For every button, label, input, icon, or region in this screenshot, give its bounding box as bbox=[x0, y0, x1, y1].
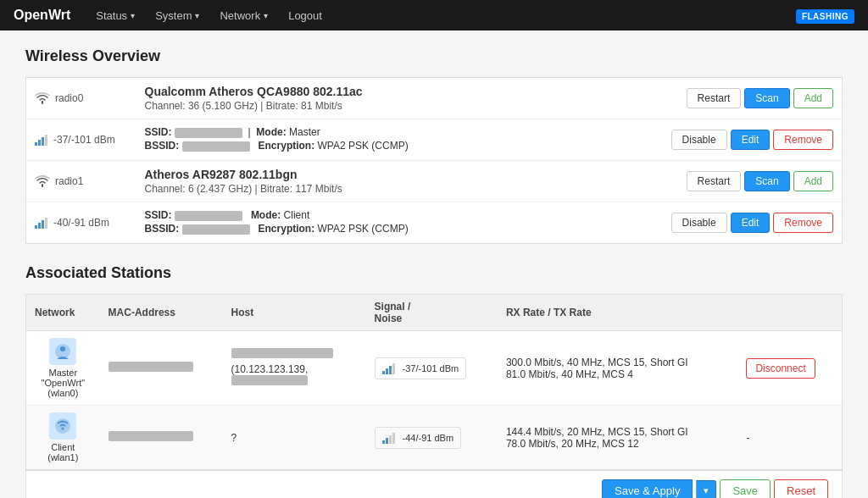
svg-rect-12 bbox=[389, 366, 392, 374]
radio1-edit-button[interactable]: Edit bbox=[731, 213, 771, 233]
status-caret-icon: ▾ bbox=[131, 11, 135, 20]
radio0-scan-button[interactable]: Scan bbox=[744, 88, 789, 108]
radio1-bssid-row: BSSID: Encryption: WPA2 PSK (CCMP) bbox=[145, 223, 450, 235]
radio1-disable-button[interactable]: Disable bbox=[671, 213, 727, 233]
navbar: OpenWrt Status ▾ System ▾ Network ▾ Logo… bbox=[0, 0, 868, 30]
station0-network: Master "OpenWrt" (wlan0) bbox=[35, 338, 92, 398]
svg-rect-17 bbox=[386, 438, 388, 444]
radio1-add-button[interactable]: Add bbox=[793, 171, 833, 191]
svg-rect-16 bbox=[382, 440, 385, 444]
radio0-ssid-row: -37/-101 dBm SSID: | Mode: Master BSSID: bbox=[26, 119, 843, 161]
radio0-id: radio0 bbox=[55, 92, 83, 104]
radio1-sub: Channel: 6 (2.437 GHz) | Bitrate: 117 Mb… bbox=[145, 183, 450, 195]
station1-rate: 144.4 Mbit/s, 20 MHz, MCS 15, Short GI 7… bbox=[498, 406, 737, 470]
svg-rect-5 bbox=[38, 223, 41, 229]
radio0-remove-button[interactable]: Remove bbox=[773, 130, 833, 150]
system-caret-icon: ▾ bbox=[195, 11, 199, 20]
radio0-signal: -37/-101 dBm bbox=[35, 134, 128, 146]
radio0-sub: Channel: 36 (5.180 GHz) | Bitrate: 81 Mb… bbox=[145, 100, 450, 112]
navbar-right: FLASHING bbox=[796, 9, 854, 22]
radio0-row: radio0 Qualcomm Atheros QCA9880 802.11ac… bbox=[26, 78, 843, 119]
nav-status[interactable]: Status ▾ bbox=[87, 4, 143, 27]
svg-rect-7 bbox=[45, 218, 47, 229]
save-apply-dropdown-button[interactable]: ▾ bbox=[696, 480, 716, 498]
radio0-mode: Master bbox=[289, 126, 320, 138]
col-network: Network bbox=[26, 295, 100, 331]
station1-mac bbox=[108, 431, 193, 441]
save-button[interactable]: Save bbox=[720, 479, 771, 498]
radio0-ssid-blurred bbox=[175, 128, 242, 138]
station0-network-icon bbox=[49, 338, 76, 365]
radio1-ssid-row: -40/-91 dBm SSID: Mode: Client BSSID: bbox=[26, 202, 843, 244]
station0-host-ip: (10.123.123.139, bbox=[231, 363, 358, 375]
svg-rect-0 bbox=[35, 142, 37, 146]
radio0-name: Qualcomm Atheros QCA9880 802.11ac bbox=[145, 85, 450, 98]
radio0-device-info: Qualcomm Atheros QCA9880 802.11ac Channe… bbox=[145, 85, 450, 112]
station0-host-blurred1 bbox=[231, 348, 333, 358]
col-action bbox=[737, 295, 842, 331]
radio1-id: radio1 bbox=[55, 175, 83, 187]
station0-network-name: "OpenWrt" bbox=[35, 378, 92, 388]
radio1-ssid-info: SSID: Mode: Client BSSID: Encryption: WP… bbox=[145, 209, 450, 235]
stations-title: Associated Stations bbox=[25, 264, 843, 282]
radio1-ssid-actions: Disable Edit Remove bbox=[467, 213, 834, 233]
radio0-signal-value: -37/-101 dBm bbox=[53, 134, 115, 146]
radio0-edit-button[interactable]: Edit bbox=[731, 130, 771, 150]
radio1-enc-label: Encryption: bbox=[259, 223, 315, 235]
radio1-device-info: Atheros AR9287 802.11bgn Channel: 6 (2.4… bbox=[145, 168, 450, 195]
svg-rect-18 bbox=[389, 435, 392, 444]
station1-network-label: Client bbox=[35, 442, 92, 452]
radio1-signal-value: -40/-91 dBm bbox=[53, 217, 109, 229]
bssid-label: BSSID: bbox=[145, 140, 180, 152]
station1-signal-value: -44/-91 dBm bbox=[403, 433, 454, 443]
station1-network-icon bbox=[49, 412, 76, 440]
station1-network-iface: (wlan1) bbox=[35, 452, 92, 462]
station0-signal-value: -37/-101 dBm bbox=[403, 363, 459, 374]
col-mac: MAC-Address bbox=[100, 295, 223, 331]
nav-logout[interactable]: Logout bbox=[280, 4, 331, 27]
nav-items: Status ▾ System ▾ Network ▾ Logout bbox=[87, 4, 331, 27]
svg-rect-10 bbox=[382, 371, 385, 374]
radio1-row: radio1 Atheros AR9287 802.11bgn Channel:… bbox=[26, 161, 843, 202]
svg-rect-13 bbox=[392, 363, 395, 374]
wifi-icon bbox=[35, 91, 50, 106]
radio1-bssid-label: BSSID: bbox=[145, 223, 180, 235]
col-rate: RX Rate / TX Rate bbox=[498, 295, 737, 331]
svg-rect-3 bbox=[45, 135, 47, 146]
stations-header-row: Network MAC-Address Host Signal /Noise R… bbox=[26, 295, 843, 331]
wifi1-icon bbox=[35, 174, 50, 189]
station0-disconnect-button[interactable]: Disconnect bbox=[746, 358, 815, 379]
svg-rect-2 bbox=[42, 137, 44, 146]
radio0-bssid-blurred bbox=[182, 141, 250, 152]
radio0-bssid-row: BSSID: Encryption: WPA2 PSK (CCMP) bbox=[145, 140, 450, 152]
footer-actions: Save & Apply ▾ Save Reset bbox=[25, 470, 843, 498]
svg-point-9 bbox=[60, 346, 65, 351]
radio0-ssid-row-inner: SSID: | Mode: Master bbox=[145, 126, 450, 138]
reset-button[interactable]: Reset bbox=[774, 479, 828, 498]
nav-network[interactable]: Network ▾ bbox=[211, 4, 276, 27]
save-apply-button[interactable]: Save & Apply bbox=[602, 479, 693, 498]
radio1-scan-button[interactable]: Scan bbox=[744, 171, 789, 191]
wireless-table: radio0 Qualcomm Atheros QCA9880 802.11ac… bbox=[25, 77, 843, 244]
nav-system[interactable]: System ▾ bbox=[147, 4, 208, 27]
radio1-ssid-label: SSID: bbox=[145, 209, 172, 221]
radio1-signal: -40/-91 dBm bbox=[35, 217, 128, 229]
svg-rect-11 bbox=[386, 368, 388, 374]
station0-signal-cell: -37/-101 dBm bbox=[375, 357, 467, 379]
station1-network: Client (wlan1) bbox=[35, 412, 92, 462]
radio0-ssid-info: SSID: | Mode: Master BSSID: Encryption: … bbox=[145, 126, 450, 152]
station-row-0: Master "OpenWrt" (wlan0) (10.123.123.139… bbox=[26, 331, 843, 406]
ssid-label: SSID: bbox=[145, 126, 172, 138]
radio1-restart-button[interactable]: Restart bbox=[687, 171, 742, 191]
svg-rect-1 bbox=[38, 140, 41, 146]
radio1-remove-button[interactable]: Remove bbox=[773, 213, 833, 233]
radio0-disable-button[interactable]: Disable bbox=[671, 130, 727, 150]
radio0-actions: Restart Scan Add bbox=[467, 88, 834, 108]
col-signal: Signal /Noise bbox=[366, 295, 498, 331]
radio0-add-button[interactable]: Add bbox=[793, 88, 833, 108]
station0-mac bbox=[108, 362, 193, 372]
radio1-mode-label: Mode: bbox=[251, 209, 281, 221]
stations-table: Network MAC-Address Host Signal /Noise R… bbox=[25, 294, 843, 470]
radio0-restart-button[interactable]: Restart bbox=[687, 88, 742, 108]
enc-label: Encryption: bbox=[259, 140, 315, 152]
